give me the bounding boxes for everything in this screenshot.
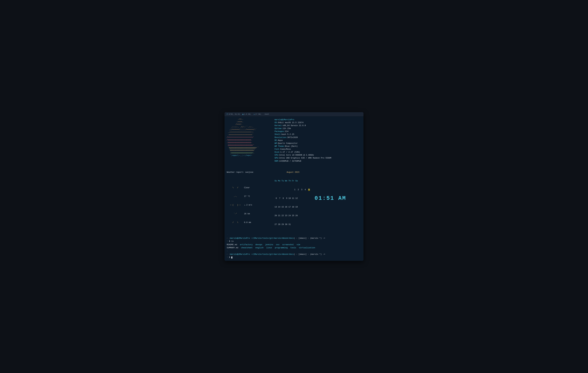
calendar-block: August 2023 Su Mo Tu We Th Fr Sa 1 2 3 4… [274,165,310,232]
clock-display: 01:51 AM [315,194,346,202]
calendar-week2: 6 7 8 9 10 11 12 [274,197,310,200]
weather-block: Weather report: sanjose \ / Clear .-. 17… [227,165,273,232]
title-bar: ⏱ 8/05, 01:52 ▦ 1.0 kB; ⇅ 17 kB; -bash [224,112,364,117]
title-time: ⏱ 8/05, 01:52 [226,113,240,115]
weather-wind-line: ― ( ) ― ↘ 2 m/s [227,204,273,207]
memory-icon: ▦ [242,113,243,115]
weather-condition-line: \ / Clear [227,186,273,189]
weather-precip-line: / \ 0.0 mm [227,221,273,224]
ascii-art: -/+:. :++++. /+++/. .:-::-. .+/:-``.::-.… [227,118,270,163]
title-network: ⇅ 17 kB; [253,113,261,115]
terminal-body: -/+:. :++++. /+++/. .:-::-. .+/:-``.::-.… [224,117,364,261]
prompt-block-1: ⌐ (marslo@iMarsloPro ~/iMarslo/tools/git… [227,237,361,243]
weather-vis-line: `-' 16 km [227,212,273,215]
sysinfo: marslo@iMarsloPro OS: 64bit macOS 13.5 2… [274,118,331,163]
prompt-cmd-ls: └ $ ls [227,240,361,243]
neofetch-section: -/+:. :++++. /+++/. .:-::-. .+/:-``.::-.… [227,118,361,163]
calendar-week1: 1 2 3 4 5 [274,188,310,191]
calendar-today: 5 [308,189,310,191]
arrow-separator: › [227,250,361,252]
ls-output: README.md artifactory devops jenkins osx… [227,243,361,249]
calendar-weekdays: Su Mo Tu We Th Fr Sa [274,180,310,183]
prompt-line-2: ⌐ (marslo@iMarsloPro ~/iMarslo/tools/git… [227,253,361,256]
cursor [231,256,232,259]
ls-row-2: SUMMARY.md cheatsheet english linux prog… [227,246,361,249]
ls-row-1: README.md artifactory devops jenkins osx… [227,243,361,246]
weather-title: Weather report: sanjose [227,171,273,174]
title-memory: ▦ 1.0 kB; [242,113,251,115]
prompt-cursor-line: └ $ [227,256,361,259]
prompt-block-2: ⌐ (marslo@iMarsloPro ~/iMarslo/tools/git… [227,253,361,259]
prompt-line-1: ⌐ (marslo@iMarsloPro ~/iMarslo/tools/git… [227,237,361,240]
calendar-week5: 27 28 29 30 31 [274,223,310,226]
calendar-week3: 13 14 15 16 17 18 19 [274,206,310,208]
network-icon: ⇅ [253,113,255,115]
weather-temp-line: .-. 17 °C [227,195,273,198]
terminal-window: ⏱ 8/05, 01:52 ▦ 1.0 kB; ⇅ 17 kB; -bash -… [224,112,364,261]
separator: › [227,233,361,236]
clock-icon: ⏱ [226,113,228,115]
calendar-week4: 20 21 22 23 24 25 26 [274,214,310,217]
title-shell: -bash [264,113,269,115]
calendar-header: August 2023 [274,171,310,174]
weather-calendar-section: Weather report: sanjose \ / Clear .-. 17… [227,165,361,232]
